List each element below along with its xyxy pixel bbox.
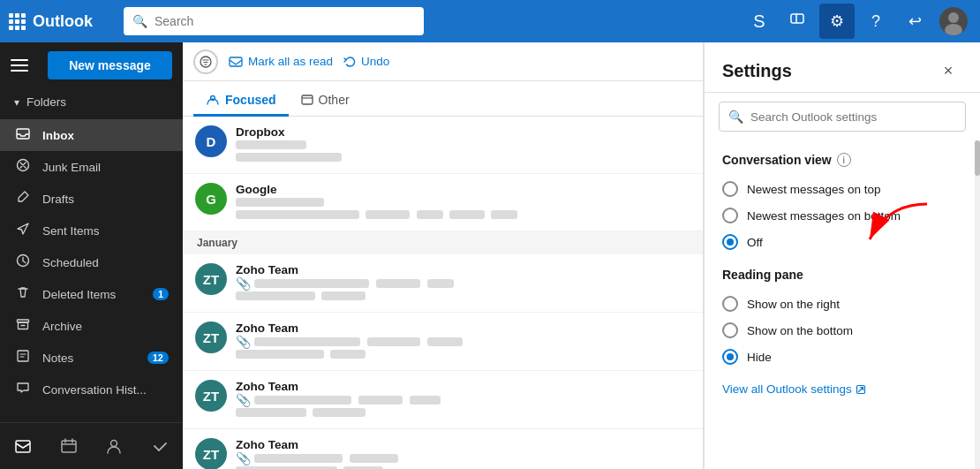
email-preview	[236, 349, 682, 361]
chevron-down-icon: ▾	[14, 96, 19, 109]
email-list: Mark all as read Undo Focused Other D	[183, 42, 704, 469]
search-input[interactable]	[155, 14, 415, 28]
conversation-view-title: Conversation view i	[722, 153, 962, 167]
folders-header[interactable]: ▾ Folders	[0, 88, 183, 116]
email-preview	[236, 291, 682, 303]
junk-label: Junk Email	[42, 161, 101, 174]
teams-icon-btn[interactable]	[780, 4, 816, 39]
svg-rect-0	[791, 14, 803, 23]
archive-icon	[14, 317, 32, 335]
radio-hide[interactable]: Hide	[722, 344, 962, 370]
sidebar-item-inbox[interactable]: Inbox	[0, 119, 183, 151]
email-content-zoho-2: Zoho Team 📎	[236, 321, 682, 361]
tab-other[interactable]: Other	[289, 86, 362, 117]
radio-circle-hide	[722, 349, 738, 365]
sidebar-item-junk[interactable]: Junk Email	[0, 151, 183, 183]
attachment-icon: 📎	[236, 451, 251, 465]
filter-button[interactable]	[193, 49, 218, 74]
search-bar[interactable]: 🔍	[124, 7, 424, 35]
attachment-icon: 📎	[236, 276, 251, 291]
reading-pane-section: Reading pane Show on the right Show on t…	[722, 268, 962, 370]
drafts-label: Drafts	[42, 193, 74, 206]
sidebar-item-notes[interactable]: Notes 12	[0, 342, 183, 374]
radio-show-right[interactable]: Show on the right	[722, 291, 962, 317]
drafts-icon	[14, 190, 32, 208]
sidebar-nav: Inbox Junk Email Drafts Sent Items	[0, 116, 183, 409]
email-tabs: Focused Other	[183, 81, 703, 117]
sidebar-item-scheduled[interactable]: Scheduled	[0, 246, 183, 278]
email-list-toolbar: Mark all as read Undo	[183, 42, 703, 81]
email-preview	[236, 465, 682, 469]
sidebar-toolbar: New message	[0, 42, 183, 88]
email-group-january: January	[183, 231, 703, 254]
settings-search[interactable]: 🔍	[719, 102, 966, 132]
settings-search-input[interactable]	[750, 110, 956, 124]
mark-all-label: Mark all as read	[248, 55, 333, 68]
skype-icon-btn[interactable]: S	[742, 4, 777, 39]
inbox-icon	[14, 126, 32, 144]
email-content-zoho-4: Zoho Team 📎	[236, 438, 682, 469]
radio-show-bottom[interactable]: Show on the bottom	[722, 317, 962, 344]
sidebar-bottom	[0, 422, 183, 469]
hamburger-button[interactable]	[11, 51, 39, 79]
deleted-badge: 1	[153, 288, 169, 300]
radio-newest-bottom[interactable]: Newest messages on bottom	[722, 202, 962, 229]
scrollbar-thumb[interactable]	[975, 140, 980, 176]
email-item-google[interactable]: G Google	[183, 174, 703, 231]
attachment-icon: 📎	[236, 335, 251, 349]
sidebar-item-archive[interactable]: Archive	[0, 310, 183, 342]
sent-icon	[14, 222, 32, 239]
new-message-button[interactable]: New message	[48, 51, 172, 79]
search-icon: 🔍	[132, 14, 147, 28]
email-subject	[236, 196, 682, 209]
radio-circle-show-right	[722, 296, 738, 312]
email-item-zoho-4[interactable]: ZT Zoho Team 📎	[183, 429, 703, 469]
email-preview	[236, 209, 682, 222]
email-items: D Dropbox G Google	[183, 117, 703, 469]
junk-icon	[14, 158, 32, 176]
info-icon[interactable]: i	[837, 153, 851, 167]
radio-label-show-right: Show on the right	[747, 298, 840, 311]
deleted-icon	[14, 285, 32, 303]
email-preview	[236, 152, 682, 164]
radio-circle-off	[722, 234, 738, 250]
feedback-icon-btn[interactable]: ↩	[897, 4, 932, 39]
sidebar-item-conversation[interactable]: Conversation Hist...	[0, 374, 183, 405]
email-avatar-zoho-1: ZT	[195, 263, 227, 295]
email-item-zoho-3[interactable]: ZT Zoho Team 📎	[183, 371, 703, 429]
settings-close-button[interactable]: ×	[934, 57, 962, 85]
mail-bottom-icon[interactable]	[7, 430, 39, 462]
svg-rect-17	[302, 95, 313, 104]
radio-newest-top[interactable]: Newest messages on top	[722, 176, 962, 202]
email-item-dropbox[interactable]: D Dropbox	[183, 117, 703, 174]
email-item-zoho-2[interactable]: ZT Zoho Team 📎	[183, 313, 703, 371]
teams-icon	[788, 10, 808, 33]
undo-button[interactable]: Undo	[343, 55, 389, 69]
sidebar-item-sent[interactable]: Sent Items	[0, 215, 183, 246]
inbox-label: Inbox	[42, 129, 74, 142]
radio-off[interactable]: Off	[722, 229, 962, 255]
help-icon-btn[interactable]: ?	[858, 4, 893, 39]
calendar-bottom-icon[interactable]	[53, 430, 85, 462]
scheduled-icon	[14, 253, 32, 271]
checkmark-bottom-icon[interactable]	[144, 430, 176, 462]
email-sender: Zoho Team	[236, 321, 682, 335]
radio-label-newest-top: Newest messages on top	[747, 183, 881, 196]
svg-rect-11	[16, 441, 30, 452]
people-bottom-icon[interactable]	[98, 430, 130, 462]
sidebar-item-deleted[interactable]: Deleted Items 1	[0, 278, 183, 310]
view-all-settings-link[interactable]: View all Outlook settings	[722, 382, 962, 396]
sidebar-item-drafts[interactable]: Drafts	[0, 183, 183, 215]
settings-body: Conversation view i Newest messages on t…	[705, 140, 980, 469]
mark-all-read-button[interactable]: Mark all as read	[229, 55, 333, 69]
avatar-btn[interactable]	[936, 4, 971, 39]
sidebar: New message ▾ Folders Inbox Junk Email	[0, 42, 183, 469]
settings-icon-btn[interactable]: ⚙	[819, 4, 855, 39]
email-content-google: Google	[236, 183, 682, 222]
tab-focused[interactable]: Focused	[193, 86, 289, 117]
email-avatar-zoho-3: ZT	[195, 380, 227, 412]
undo-label: Undo	[361, 55, 389, 68]
email-content-dropbox: Dropbox	[236, 125, 682, 164]
grid-icon	[9, 13, 26, 30]
email-item-zoho-1[interactable]: ZT Zoho Team 📎	[183, 254, 703, 313]
